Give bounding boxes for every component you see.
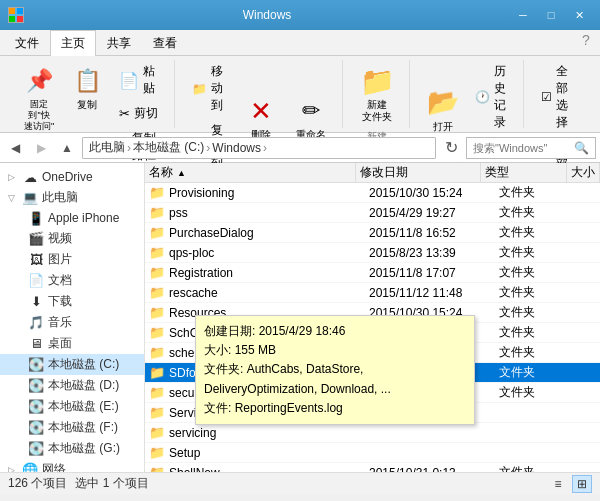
e-drive-icon: 💽	[28, 399, 44, 415]
sidebar-item-d-drive[interactable]: 💽 本地磁盘 (D:)	[0, 375, 144, 396]
folder-icon: 📁	[149, 225, 165, 240]
table-row[interactable]: 📁Registration2015/11/8 17:07文件夹	[145, 263, 600, 283]
table-row[interactable]: 📁pss2015/4/29 19:27文件夹	[145, 203, 600, 223]
sidebar-item-network[interactable]: ▷ 🌐 网络	[0, 459, 144, 472]
sidebar-item-music[interactable]: 🎵 音乐	[0, 312, 144, 333]
sidebar-item-onedrive[interactable]: ▷ ☁ OneDrive	[0, 167, 144, 187]
table-row[interactable]: 📁rescache2015/11/12 11:48文件夹	[145, 283, 600, 303]
sidebar-item-videos[interactable]: 🎬 视频	[0, 228, 144, 249]
breadcrumb-bar[interactable]: 此电脑 › 本地磁盘 (C:) › Windows ›	[82, 137, 436, 159]
search-input[interactable]	[473, 142, 574, 154]
breadcrumb-c-drive[interactable]: 本地磁盘 (C:)	[133, 139, 204, 156]
sidebar-item-downloads[interactable]: ⬇ 下载	[0, 291, 144, 312]
desktop-label: 桌面	[48, 335, 72, 352]
col-header-name[interactable]: 名称 ▲	[145, 163, 356, 182]
svg-rect-1	[17, 8, 23, 14]
tab-home[interactable]: 主页	[50, 30, 96, 56]
file-date-cell: 2015/11/12 11:48	[365, 286, 495, 300]
sidebar-item-pictures[interactable]: 🖼 图片	[0, 249, 144, 270]
new-folder-button[interactable]: 📁 新建文件夹	[353, 60, 401, 128]
sort-arrow-name: ▲	[177, 168, 186, 178]
folder-icon: 📁	[149, 345, 165, 360]
folder-icon: 📁	[149, 365, 165, 380]
table-row[interactable]: 📁servicing	[145, 423, 600, 443]
search-bar[interactable]: 🔍	[466, 137, 596, 159]
delete-icon: ✕	[245, 95, 277, 127]
sidebar-item-desktop[interactable]: 🖥 桌面	[0, 333, 144, 354]
refresh-button[interactable]: ↻	[440, 137, 462, 159]
tooltip-file-types: 文件夹: AuthCabs, DataStore, DeliveryOptimi…	[204, 360, 466, 398]
tooltip-size: 大小: 155 MB	[204, 341, 466, 360]
tooltip-create-date: 创建日期: 2015/4/29 18:46	[204, 322, 466, 341]
sidebar-item-f-drive[interactable]: 💽 本地磁盘 (F:)	[0, 417, 144, 438]
sidebar-item-g-drive[interactable]: 💽 本地磁盘 (G:)	[0, 438, 144, 459]
folder-icon: 📁	[149, 305, 165, 320]
videos-icon: 🎬	[28, 231, 44, 247]
ribbon-help-button[interactable]: ?	[576, 30, 596, 50]
tab-view[interactable]: 查看	[142, 30, 188, 56]
file-name-cell: 📁qps-ploc	[145, 245, 365, 260]
table-row[interactable]: 📁qps-ploc2015/8/23 13:39文件夹	[145, 243, 600, 263]
f-drive-icon: 💽	[28, 420, 44, 436]
minimize-button[interactable]: ─	[510, 5, 536, 25]
tab-share[interactable]: 共享	[96, 30, 142, 56]
table-row[interactable]: 📁Provisioning2015/10/30 15:24文件夹	[145, 183, 600, 203]
large-icon-view-button[interactable]: ⊞	[572, 475, 592, 493]
paste-icon: 📄	[119, 71, 139, 90]
file-name: servicing	[169, 426, 216, 440]
breadcrumb-sep-2: ›	[206, 141, 210, 155]
maximize-button[interactable]: □	[538, 5, 564, 25]
paste-button[interactable]: 📄 粘贴	[112, 60, 166, 100]
folder-icon: 📁	[149, 445, 165, 460]
table-row[interactable]: 📁PurchaseDialog2015/11/8 16:52文件夹	[145, 223, 600, 243]
folder-icon: 📁	[149, 285, 165, 300]
move-to-label: 移动到	[211, 63, 227, 114]
sidebar-item-c-drive[interactable]: 💽 本地磁盘 (C:)	[0, 354, 144, 375]
history-button[interactable]: 🕐 历史记录	[468, 60, 515, 134]
move-to-button[interactable]: 📁 移动到	[185, 60, 234, 117]
col-header-size[interactable]: 大小	[567, 163, 600, 182]
expand-icon: ▷	[8, 465, 18, 473]
table-row[interactable]: 📁ShellNew2015/10/31 0:13文件夹	[145, 463, 600, 472]
select-all-button[interactable]: ☑ 全部选择	[534, 60, 584, 134]
sidebar-item-thispc[interactable]: ▽ 💻 此电脑	[0, 187, 144, 208]
iphone-label: Apple iPhone	[48, 211, 119, 225]
details-view-button[interactable]: ≡	[548, 475, 568, 493]
folder-icon: 📁	[149, 205, 165, 220]
breadcrumb-computer[interactable]: 此电脑	[89, 139, 125, 156]
col-header-date[interactable]: 修改日期	[356, 163, 481, 182]
rename-icon: ✏	[295, 95, 327, 127]
music-label: 音乐	[48, 314, 72, 331]
open-button[interactable]: 📂 打开	[420, 82, 466, 138]
folder-icon: 📁	[149, 425, 165, 440]
tab-file[interactable]: 文件	[4, 30, 50, 56]
network-label: 网络	[42, 461, 66, 472]
pin-quick-access-button[interactable]: 📌 固定到"快速访问"	[16, 60, 62, 136]
copy-icon: 📋	[71, 65, 103, 97]
d-drive-label: 本地磁盘 (D:)	[48, 377, 119, 394]
cut-button[interactable]: ✂ 剪切	[112, 102, 166, 125]
close-button[interactable]: ✕	[566, 5, 592, 25]
copy-button[interactable]: 📋 复制	[64, 60, 110, 116]
documents-label: 文档	[48, 272, 72, 289]
file-type-cell: 文件夹	[495, 264, 585, 281]
pictures-label: 图片	[48, 251, 72, 268]
file-type-cell: 文件夹	[495, 204, 585, 221]
col-date-label: 修改日期	[360, 164, 408, 181]
breadcrumb-windows[interactable]: Windows	[212, 141, 261, 155]
up-button[interactable]: ▲	[56, 137, 78, 159]
sidebar-item-e-drive[interactable]: 💽 本地磁盘 (E:)	[0, 396, 144, 417]
window: Windows ─ □ ✕ 文件 主页 共享 查看 ? 📌 固定到"快速访问"	[0, 0, 600, 501]
folder-icon: 📁	[149, 405, 165, 420]
file-date-cell: 2015/10/31 0:13	[365, 466, 495, 473]
file-name-cell: 📁ShellNew	[145, 465, 365, 472]
col-header-type[interactable]: 类型	[481, 163, 567, 182]
table-row[interactable]: 📁Setup	[145, 443, 600, 463]
sidebar-item-documents[interactable]: 📄 文档	[0, 270, 144, 291]
file-date-cell: 2015/11/8 16:52	[365, 226, 495, 240]
forward-button[interactable]: ▶	[30, 137, 52, 159]
back-button[interactable]: ◀	[4, 137, 26, 159]
open-icon: 📂	[427, 87, 459, 119]
file-type-cell: 文件夹	[495, 364, 585, 381]
sidebar-item-iphone[interactable]: 📱 Apple iPhone	[0, 208, 144, 228]
